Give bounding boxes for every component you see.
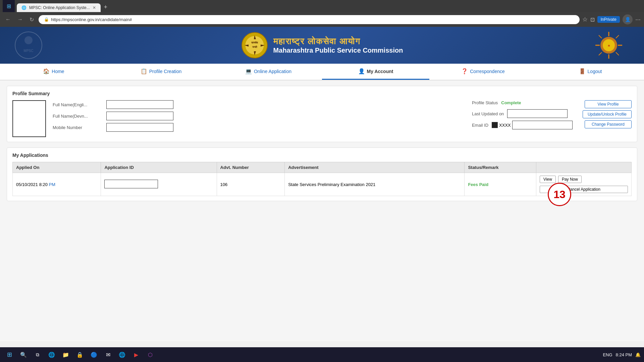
profile-info-col: Full Name(Engli... Full Name(Devn... Mob… [53, 100, 462, 134]
star-icon[interactable]: ☆ [582, 16, 588, 23]
nav-online-application[interactable]: 💻 Online Application [215, 64, 322, 80]
email-icon-box [492, 122, 498, 128]
nav-online-application-label: Online Application [254, 69, 291, 74]
full-name-devanagari-value [106, 112, 173, 120]
profile-middle-right: Full Name(Engli... Full Name(Devn... Mob… [53, 100, 632, 134]
svg-point-1 [24, 36, 33, 44]
email-value [512, 121, 573, 129]
chrome-icon[interactable]: 🔵 [88, 349, 100, 361]
profile-photo-box [12, 100, 46, 137]
notifications-icon[interactable]: 🔔 [635, 352, 641, 357]
nav-my-account-label: My Account [367, 69, 393, 74]
nav-profile-creation[interactable]: 📋 Profile Creation [107, 64, 215, 80]
application-id-box [104, 180, 158, 188]
table-row: 05/10/2021 8:20 PM 106 State Services Pr… [13, 173, 632, 196]
email-label: Email ID [472, 123, 488, 128]
col-applied-on: Applied On [13, 162, 101, 173]
security-icon[interactable]: 🔒 [74, 349, 86, 361]
profile-status-label: Profile Status [472, 100, 498, 105]
view-application-button[interactable]: View [540, 176, 556, 183]
advt-number-cell: 106 [217, 173, 285, 196]
main-content: Profile Summary Full Name(Engli... Full … [0, 80, 644, 341]
my-account-icon: 👤 [358, 68, 365, 74]
full-name-devanagari-row: Full Name(Devn... [53, 112, 462, 120]
col-application-id: Application ID [101, 162, 217, 173]
task-view-button[interactable]: ⧉ [32, 349, 44, 361]
svg-line-20 [616, 35, 619, 38]
view-profile-button[interactable]: View Profile [585, 100, 632, 108]
taskbar-left: ⊞ 🔍 ⧉ 🌐 📁 🔒 🔵 ✉ 🌐 ▶ ⬡ [3, 349, 156, 361]
sun-emblem: ☀ [594, 30, 624, 60]
last-updated-value [507, 109, 568, 118]
red-app-icon[interactable]: ▶ [130, 349, 142, 361]
svg-text:सत्यमेव: सत्यमेव [251, 41, 258, 44]
full-name-english-value [106, 100, 173, 109]
mobile-number-value [106, 123, 173, 132]
last-updated-row: Last Updated on [472, 109, 573, 118]
mobile-number-row: Mobile Number [53, 123, 462, 132]
browser-icon2[interactable]: 🌐 [116, 349, 128, 361]
nav-my-account[interactable]: 👤 My Account [322, 64, 429, 80]
profile-content: Full Name(Engli... Full Name(Devn... Mob… [12, 100, 632, 137]
annotation-circle-13: 13 [548, 183, 571, 206]
table-body: 05/10/2021 8:20 PM 106 State Services Pr… [13, 173, 632, 196]
browser-tab[interactable]: 🌐 MPSC: Online Application Syste... ✕ [17, 3, 101, 12]
nav-correspondence[interactable]: ❓ Correspondence [429, 64, 537, 80]
col-advt-number: Advt. Number [217, 162, 285, 173]
svg-text:MPSC: MPSC [24, 49, 34, 53]
logout-icon: 🚪 [579, 68, 586, 74]
col-advertisement: Advertisement [285, 162, 465, 173]
back-button[interactable]: ← [3, 15, 13, 24]
change-password-button[interactable]: Change Password [585, 120, 632, 128]
app-icon2[interactable]: ⬡ [144, 349, 156, 361]
site-header: MPSC सत्यमेव जयते महाराष्ट्र लोकसेवा आयो… [0, 27, 644, 64]
full-name-english-row: Full Name(Engli... [53, 100, 462, 109]
user-profile-icon[interactable]: 👤 [623, 14, 633, 24]
profile-status-value: Complete [501, 100, 521, 105]
new-tab-button[interactable]: + [101, 2, 111, 12]
update-unlock-profile-button[interactable]: Update/Unlock Profile [583, 110, 632, 118]
profile-actions: View Profile Update/Unlock Profile Chang… [583, 100, 632, 134]
search-taskbar-button[interactable]: 🔍 [17, 349, 30, 361]
annotation-number: 13 [553, 188, 566, 201]
mobile-number-label: Mobile Number [53, 125, 106, 130]
header-text-block: महाराष्ट्र लोकसेवा आयोग Maharashtra Publ… [273, 36, 403, 54]
nav-profile-creation-label: Profile Creation [149, 69, 182, 74]
nav-correspondence-label: Correspondence [470, 69, 505, 74]
settings-icon[interactable]: ⋯ [635, 16, 641, 23]
address-bar[interactable]: 🔒 https://mpsconline.gov.in/candidate/ma… [39, 15, 580, 24]
advertisement-cell: State Services Preliminary Examination 2… [285, 173, 465, 196]
email-row: Email ID XXXX [472, 121, 573, 129]
table-header: Applied On Application ID Advt. Number A… [13, 162, 632, 173]
mail-icon[interactable]: ✉ [102, 349, 114, 361]
pay-now-button[interactable]: Pay Now [558, 176, 582, 183]
inprivate-badge[interactable]: InPrivate [597, 16, 620, 23]
nav-logout[interactable]: 🚪 Logout [537, 64, 644, 80]
refresh-button[interactable]: ↻ [28, 15, 36, 24]
advertisement-value: State Services Preliminary Examination 2… [288, 182, 375, 187]
svg-point-0 [15, 32, 42, 59]
correspondence-icon: ❓ [461, 68, 468, 74]
nav-home-label: Home [52, 69, 64, 74]
tab-title: MPSC: Online Application Syste... [29, 5, 90, 10]
applied-on-ampm: PM [49, 182, 56, 187]
nav-home[interactable]: 🏠 Home [0, 64, 107, 80]
taskbar-time: 8:24 PM [616, 352, 632, 357]
profile-creation-icon: 📋 [141, 68, 147, 74]
start-button[interactable]: ⊞ [3, 349, 15, 361]
edge-taskbar-icon[interactable]: 🌐 [46, 349, 58, 361]
my-applications-title: My Applications [12, 153, 632, 158]
tab-close-icon[interactable]: ✕ [93, 5, 96, 10]
home-icon: 🏠 [43, 68, 50, 74]
file-explorer-icon[interactable]: 📁 [60, 349, 72, 361]
svg-line-21 [599, 52, 602, 55]
email-prefix: XXXX [499, 123, 511, 128]
svg-line-18 [599, 35, 602, 38]
svg-text:जयते: जयते [252, 45, 257, 49]
collections-icon[interactable]: ⊡ [590, 16, 595, 23]
taskbar-language: ENG [603, 352, 612, 357]
profile-status-row: Profile Status Complete [472, 100, 573, 105]
forward-button[interactable]: → [15, 15, 25, 24]
col-status-remark: Status/Remark [465, 162, 536, 173]
advt-number-value: 106 [220, 182, 228, 187]
